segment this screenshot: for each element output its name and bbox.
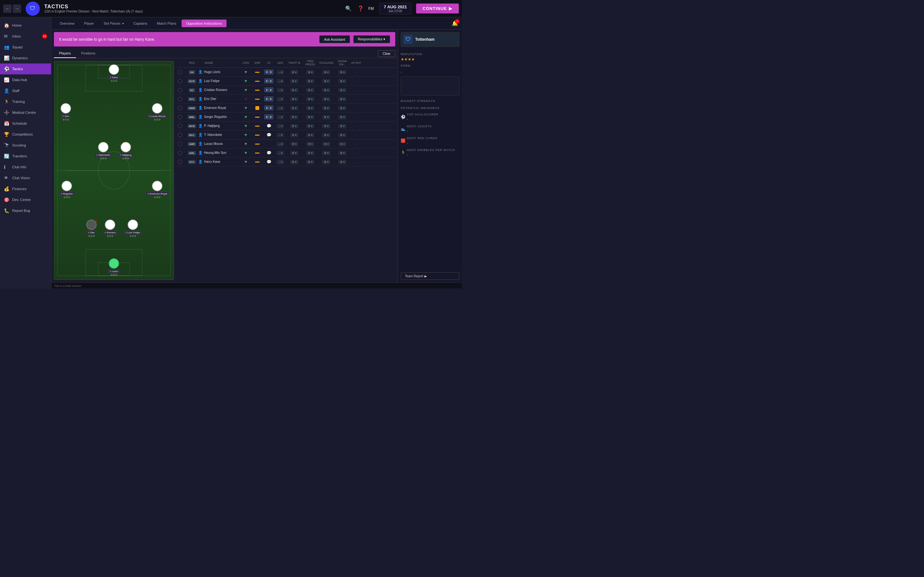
player-kane[interactable]: B Kane ⚙ ⚙ ⚙	[108, 64, 120, 82]
tackling-5[interactable]: ⚙ ▾	[318, 115, 334, 119]
adv-4[interactable]: -- ▾	[275, 106, 286, 110]
show-on-5[interactable]: ⚙ ▾	[334, 115, 351, 119]
player-son[interactable]: B Son ⚙ ⚙ ⚙	[61, 103, 71, 121]
tackling-4[interactable]: ⚙ ▾	[318, 106, 334, 110]
row-select-6[interactable]	[178, 124, 186, 128]
trig-press-7[interactable]: ⚙ ▾	[302, 133, 318, 137]
back-button[interactable]: ←	[3, 5, 11, 13]
show-on-2[interactable]: ⚙ ▾	[334, 89, 351, 92]
row-select-2[interactable]	[178, 88, 186, 92]
search-button[interactable]: 🔍	[344, 4, 353, 13]
player-dier[interactable]: ● B Dier ⚙ ⚙ ⚙	[86, 219, 97, 237]
sidebar-item-schedule[interactable]: 📅 Schedule	[0, 118, 51, 129]
trig-press-10[interactable]: ⚙ ▾	[302, 160, 318, 163]
row-select-7[interactable]	[178, 133, 186, 137]
tackling-2[interactable]: ⚙ ▾	[318, 89, 334, 92]
sidebar-item-report-bug[interactable]: 🐛 Report Bug	[0, 205, 51, 216]
tackling-1[interactable]: ⚙ ▾	[318, 79, 334, 83]
tab-match-plans[interactable]: Match Plans	[152, 19, 181, 27]
sidebar-item-data-hub[interactable]: 📈 Data Hub	[0, 74, 51, 85]
tackling-3[interactable]: ⚙ ▾	[318, 97, 334, 101]
tab-set-pieces[interactable]: Set Pieces ▾	[99, 19, 128, 27]
tight-m-7[interactable]: ⚙ ▾	[286, 133, 302, 137]
row-select-10[interactable]	[178, 160, 186, 164]
adv-6[interactable]: -- ▾	[275, 124, 286, 127]
tab-opposition-instructions[interactable]: Opposition Instructions	[182, 19, 226, 27]
player-row-6[interactable]: MCR 👤 P. Højbjerg ♥ 💬 -- ▾ ⚙ ▾ ⚙ ▾ ⚙ ▾ ⚙…	[178, 121, 397, 131]
show-on-7[interactable]: ⚙ ▾	[334, 133, 351, 137]
sidebar-item-scouting[interactable]: 🔭 Scouting	[0, 140, 51, 151]
player-row-2[interactable]: DC 👤 Cristian Romero ♥ ◧◨ -- ▾ ⚙ ▾ ⚙ ▾ ⚙…	[178, 85, 397, 95]
trig-press-3[interactable]: ⚙ ▾	[302, 97, 318, 101]
player-row-9[interactable]: AML 👤 Heung-Min Son ♥ 💬 -- ▾ ⚙ ▾ ⚙ ▾ ⚙ ▾…	[178, 148, 397, 157]
clear-button[interactable]: Clear	[378, 50, 395, 57]
sidebar-item-inbox[interactable]: ✉ Inbox 16	[0, 31, 51, 42]
sidebar-item-squad[interactable]: 👥 Squad	[0, 42, 51, 53]
tight-m-0[interactable]: ⚙ ▾	[286, 71, 302, 74]
sidebar-item-tactics[interactable]: ⚽ Tactics	[0, 63, 51, 74]
adv-5[interactable]: -- ▾	[275, 115, 286, 119]
player-row-3[interactable]: DCL 👤 Eric Dier ● ◧◨ -- ▾ ⚙ ▾ ⚙ ▾ ⚙ ▾ ⚙ …	[178, 95, 397, 103]
row-select-4[interactable]	[178, 106, 186, 110]
tackling-9[interactable]: ⚙ ▾	[318, 151, 334, 155]
player-regulon[interactable]: B Reguilón ⚙ ⚙ ⚙	[59, 181, 74, 199]
sidebar-item-competitions[interactable]: 🏆 Competitions	[0, 129, 51, 140]
sub-tab-players[interactable]: Players	[54, 49, 76, 58]
trig-press-4[interactable]: ⚙ ▾	[302, 106, 318, 110]
sidebar-item-dev-centre[interactable]: 🎯 Dev. Centre	[0, 194, 51, 205]
player-ndombele[interactable]: B Ndombele ⚙ ⚙ ⚙	[95, 142, 111, 160]
show-on-10[interactable]: ⚙ ▾	[334, 160, 351, 163]
trig-press-9[interactable]: ⚙ ▾	[302, 151, 318, 155]
player-luiz-felipe[interactable]: B Luiz Felipe ⚙ ⚙ ⚙	[124, 219, 142, 237]
show-on-8[interactable]: ⚙ ▾	[334, 142, 351, 145]
adv-1[interactable]: -- ▾	[275, 79, 286, 83]
player-lucas-moura[interactable]: B Lucas Moura ⚙ ⚙ ⚙	[147, 103, 167, 121]
sidebar-item-finances[interactable]: 💰 Finances	[0, 183, 51, 194]
row-select-9[interactable]	[178, 151, 186, 155]
row-select-0[interactable]	[178, 70, 186, 74]
row-select-1[interactable]	[178, 79, 186, 83]
tight-m-8[interactable]: ⚙ ▾	[286, 142, 302, 145]
player-row-7[interactable]: MCL 👤 T. Ndombele ♥ 💬 -- ▾ ⚙ ▾ ⚙ ▾ ⚙ ▾ ⚙…	[178, 131, 397, 139]
tight-m-1[interactable]: ⚙ ▾	[286, 79, 302, 83]
tight-m-6[interactable]: ⚙ ▾	[286, 124, 302, 127]
tight-m-5[interactable]: ⚙ ▾	[286, 115, 302, 119]
tab-captains[interactable]: Captains	[129, 19, 152, 27]
show-on-1[interactable]: ⚙ ▾	[334, 79, 351, 83]
player-row-5[interactable]: WBL 👤 Sergio Reguilón ♥ ◧◨ -- ▾ ⚙ ▾ ⚙ ▾ …	[178, 113, 397, 121]
tackling-6[interactable]: ⚙ ▾	[318, 124, 334, 127]
adv-8[interactable]: -- ▾	[275, 142, 286, 145]
tab-overview[interactable]: Overview	[55, 19, 79, 27]
trig-press-1[interactable]: ⚙ ▾	[302, 79, 318, 83]
continue-button[interactable]: CONTINUE ▶	[416, 3, 459, 13]
help-button[interactable]: ❓	[356, 4, 365, 13]
show-on-6[interactable]: ⚙ ▾	[334, 124, 351, 127]
forward-button[interactable]: →	[13, 5, 21, 13]
trig-press-8[interactable]: ⚙ ▾	[302, 142, 318, 145]
sub-tab-positions[interactable]: Positions	[76, 49, 101, 58]
show-on-9[interactable]: ⚙ ▾	[334, 151, 351, 155]
tab-player[interactable]: Player	[79, 19, 99, 27]
row-select-5[interactable]	[178, 115, 186, 119]
tight-m-3[interactable]: ⚙ ▾	[286, 97, 302, 101]
player-hojbjerg[interactable]: B Højbjerg ⚙ ⚙ ⚙	[118, 142, 133, 160]
row-select-8[interactable]	[178, 142, 186, 146]
tight-m-4[interactable]: ⚙ ▾	[286, 106, 302, 110]
player-row-4[interactable]: WBR 👤 Emerson Royal ♥ ◧◨ -- ▾ ⚙ ▾ ⚙ ▾ ⚙ …	[178, 103, 397, 113]
sidebar-item-dynamics[interactable]: 📊 Dynamics	[0, 53, 51, 63]
sidebar-item-staff[interactable]: 👤 Staff	[0, 85, 51, 96]
adv-7[interactable]: -- ▾	[275, 133, 286, 137]
sidebar-item-training[interactable]: 🏃 Training	[0, 96, 51, 107]
ask-assistant-button[interactable]: Ask Assistant	[319, 35, 350, 43]
notification-icon[interactable]: 🔔 1	[452, 20, 458, 26]
adv-9[interactable]: -- ▾	[275, 151, 286, 155]
sidebar-item-medical[interactable]: ➕ Medical Centre	[0, 107, 51, 118]
team-report-button[interactable]: Team Report ▶	[401, 272, 459, 280]
tight-m-2[interactable]: ⚙ ▾	[286, 89, 302, 92]
tight-m-9[interactable]: ⚙ ▾	[286, 151, 302, 155]
tackling-0[interactable]: ⚙ ▾	[318, 71, 334, 74]
tight-m-10[interactable]: ⚙ ▾	[286, 160, 302, 163]
tackling-8[interactable]: ⚙ ▾	[318, 142, 334, 145]
player-lloris[interactable]: B Lloris ⚙ ⚙ ⚙	[108, 258, 120, 276]
responsibilities-button[interactable]: Responsibilities ▾	[353, 35, 391, 43]
